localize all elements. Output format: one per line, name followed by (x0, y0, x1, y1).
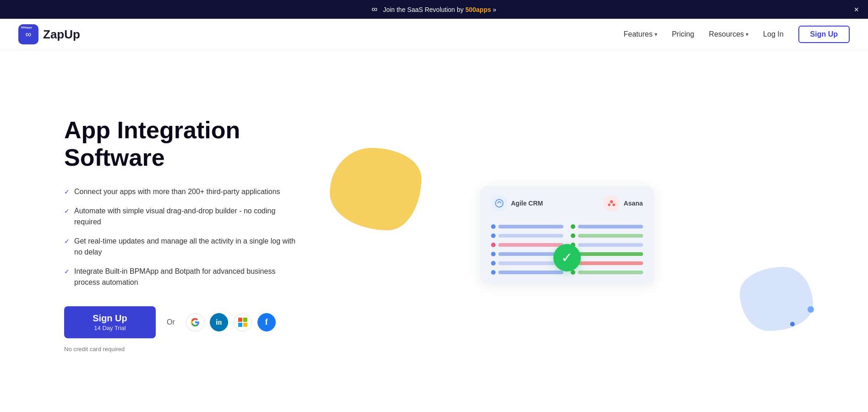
pricing-link[interactable]: Pricing (672, 30, 694, 38)
check-icon: ✓ (64, 206, 70, 216)
dot-green (571, 270, 575, 275)
chevron-down-icon: ▾ (746, 31, 748, 38)
blob-blue (740, 267, 813, 331)
signup-nav-link[interactable]: Sign Up (798, 26, 850, 43)
banner-highlight: 500apps (465, 6, 491, 13)
dot-blue (491, 270, 496, 275)
check-icon: ✓ (64, 187, 70, 197)
dot-blue (491, 224, 496, 229)
svg-point-0 (495, 199, 503, 207)
hero-features-list: ✓ Connect your apps with more than 200+ … (64, 186, 302, 288)
feature-text-4: Integrate Built-in BPMApp and Botpath fo… (74, 266, 302, 288)
signup-button-sub: 14 Day Trial (94, 325, 126, 331)
social-icons: in f (186, 313, 276, 331)
left-col (491, 224, 563, 275)
app2-header: Asana (603, 195, 643, 211)
list-item: ✓ Connect your apps with more than 200+ … (64, 186, 302, 197)
hero-right: Agile CRM Asana (302, 120, 831, 349)
nav-features[interactable]: Features ▾ (624, 30, 657, 38)
blob-yellow (330, 148, 421, 230)
close-banner-button[interactable]: × (854, 5, 859, 14)
svg-point-2 (608, 203, 611, 206)
check-circle: ✓ (553, 244, 581, 271)
row-item (571, 252, 643, 256)
dot-blue (491, 261, 496, 266)
cta-row: Sign Up 14 Day Trial Or in (64, 306, 302, 338)
logo-infinity: ∞ (26, 30, 32, 39)
infinity-icon: ∞ (371, 5, 377, 14)
nav-login[interactable]: Log In (763, 30, 783, 38)
agile-crm-name: Agile CRM (511, 200, 543, 207)
signup-nav-label: Sign Up (810, 30, 838, 38)
check-icon: ✓ (64, 237, 70, 246)
right-col (571, 224, 643, 275)
login-link[interactable]: Log In (763, 30, 783, 38)
logo-icon: 500apps ∞ (18, 24, 38, 44)
resources-link[interactable]: Resources ▾ (709, 30, 748, 38)
dot-blue (491, 252, 496, 256)
bar-blue (498, 225, 563, 228)
asana-icon (603, 195, 620, 211)
no-credit-text: No credit card required (64, 346, 302, 352)
signup-button-label: Sign Up (93, 313, 127, 324)
linkedin-signin-button[interactable]: in (210, 313, 228, 331)
nav-signup[interactable]: Sign Up (798, 26, 850, 43)
banner-prefix: Join the SaaS Revolution by (383, 6, 465, 13)
dot-green (571, 233, 575, 238)
card-body: ✓ (491, 224, 643, 275)
banner-text: Join the SaaS Revolution by 500apps » (383, 6, 497, 13)
row-item (571, 261, 643, 266)
hero-title: App Integration Software (64, 117, 302, 172)
row-item (571, 224, 643, 229)
row-item (491, 233, 563, 238)
dot-green (571, 224, 575, 229)
list-item: ✓ Automate with simple visual drag-and-d… (64, 206, 302, 228)
facebook-icon: f (265, 317, 268, 327)
bar-pink-r (578, 261, 643, 265)
blob-blue-dot2 (790, 322, 795, 326)
hero-section: App Integration Software ✓ Connect your … (0, 50, 868, 410)
agile-crm-icon (491, 195, 508, 211)
list-item: ✓ Get real-time updates and manage all t… (64, 236, 302, 258)
logo-name: ZapUp (43, 27, 80, 42)
row-item (491, 224, 563, 229)
list-item: ✓ Integrate Built-in BPMApp and Botpath … (64, 266, 302, 288)
facebook-signin-button[interactable]: f (257, 313, 276, 331)
row-item (491, 270, 563, 275)
feature-text-1: Connect your apps with more than 200+ th… (74, 186, 280, 197)
microsoft-signin-button[interactable] (234, 313, 252, 331)
microsoft-icon (238, 318, 247, 327)
bar-pink (498, 243, 563, 247)
integration-card: Agile CRM Asana (480, 186, 654, 284)
row-item (491, 261, 563, 266)
login-label: Log In (763, 30, 783, 38)
features-link[interactable]: Features ▾ (624, 30, 657, 38)
features-label: Features (624, 30, 653, 38)
row-item (571, 243, 643, 247)
row-item (571, 270, 643, 275)
nav-pricing[interactable]: Pricing (672, 30, 694, 38)
linkedin-icon: in (216, 318, 222, 326)
row-item (571, 233, 643, 238)
chevron-down-icon: ▾ (655, 31, 657, 38)
nav-links: Features ▾ Pricing Resources ▾ Log In Si… (624, 26, 850, 43)
or-text: Or (167, 318, 175, 326)
card-header: Agile CRM Asana (491, 195, 643, 216)
bar-green (578, 234, 643, 238)
bar-green-dark (578, 252, 643, 256)
google-icon (191, 318, 200, 327)
logo-link[interactable]: 500apps ∞ ZapUp (18, 24, 80, 44)
nav-resources[interactable]: Resources ▾ (709, 30, 748, 38)
svg-point-1 (610, 200, 613, 203)
blob-blue-dot (808, 306, 814, 313)
check-icon: ✓ (64, 267, 70, 276)
top-banner: ∞ Join the SaaS Revolution by 500apps » … (0, 0, 868, 19)
bar-blue-light (498, 234, 563, 238)
feature-text-3: Get real-time updates and manage all the… (74, 236, 302, 258)
dot-blue (491, 233, 496, 238)
feature-text-2: Automate with simple visual drag-and-dro… (74, 206, 302, 228)
google-signin-button[interactable] (186, 313, 204, 331)
app1-header: Agile CRM (491, 195, 543, 211)
logo-small-text: 500apps (21, 26, 32, 29)
signup-main-button[interactable]: Sign Up 14 Day Trial (64, 306, 156, 338)
